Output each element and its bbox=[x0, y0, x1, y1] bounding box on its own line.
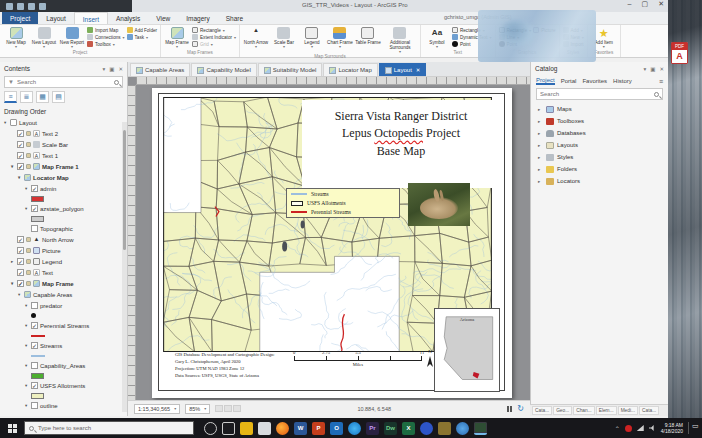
premiere-icon[interactable]: Pr bbox=[366, 422, 379, 435]
new-report-button[interactable]: New Report▾ bbox=[59, 26, 85, 50]
tree-item-perennial-streams[interactable]: ▾✓Perennial Streams bbox=[0, 320, 127, 331]
tray-expand-icon[interactable]: ⌃ bbox=[615, 425, 620, 432]
close-pane-icon[interactable]: ✕ bbox=[659, 66, 664, 72]
pane-menu-icon[interactable]: ▾ bbox=[643, 66, 646, 72]
visibility-checkbox[interactable]: ✓ bbox=[31, 342, 38, 349]
visibility-checkbox[interactable]: ✓ bbox=[31, 225, 38, 232]
docked-tab[interactable]: Cata... bbox=[532, 406, 552, 415]
close-button[interactable]: ✕ bbox=[658, 0, 664, 8]
chart-frame-button[interactable]: Chart Frame▾ bbox=[327, 26, 353, 54]
arizona-inset-map[interactable]: Arizona bbox=[434, 308, 500, 392]
tree-item-map-frame-1[interactable]: ▾✓Map Frame 1 bbox=[0, 161, 127, 172]
scale-bar-button[interactable]: Scale Bar▾ bbox=[271, 26, 297, 54]
line-symbol-swatch[interactable] bbox=[31, 335, 45, 337]
import-map-button[interactable]: Import Map bbox=[87, 27, 125, 33]
symbol-row[interactable] bbox=[0, 194, 127, 203]
catalog-tab-portal[interactable]: Portal bbox=[561, 78, 577, 84]
list-by-editing-button[interactable]: ▤ bbox=[52, 91, 65, 103]
visibility-checkbox[interactable]: ✓ bbox=[17, 163, 24, 170]
scale-combo[interactable]: 1:15,340,565▾ bbox=[134, 404, 180, 414]
visibility-checkbox[interactable]: ✓ bbox=[17, 269, 24, 276]
view-tab-capable-areas[interactable]: Capable Areas bbox=[130, 63, 190, 76]
visibility-checkbox[interactable]: ✓ bbox=[17, 152, 24, 159]
tree-item-map-frame[interactable]: ▾✓Map Frame bbox=[0, 278, 127, 289]
notification-badge-icon[interactable] bbox=[625, 425, 632, 432]
tree-item-scalebar[interactable]: ✓Scale Bar bbox=[0, 139, 127, 150]
point-symbol-swatch[interactable] bbox=[31, 313, 36, 318]
tree-item-azstate-polygon[interactable]: ▾✓azstate_polygon bbox=[0, 203, 127, 214]
tree-item-outline[interactable]: ▾✓outline bbox=[0, 400, 127, 411]
arcgis-pro-taskbar-icon[interactable] bbox=[474, 422, 487, 435]
tree-item-text2[interactable]: ✓AText 2 bbox=[0, 128, 127, 139]
catalog-item-layouts[interactable]: ▸Layouts bbox=[531, 139, 668, 151]
powerpoint-icon[interactable]: P bbox=[312, 422, 325, 435]
mf-rectangle-button[interactable]: Rectangle▾ bbox=[192, 27, 236, 33]
keys-icon[interactable] bbox=[438, 422, 451, 435]
tab-project[interactable]: Project bbox=[2, 12, 38, 24]
visibility-checkbox[interactable]: ✓ bbox=[17, 236, 24, 243]
tab-layout[interactable]: Layout bbox=[38, 12, 74, 24]
catalog-item-styles[interactable]: ▸Styles bbox=[531, 151, 668, 163]
visibility-checkbox[interactable]: ✓ bbox=[17, 258, 24, 265]
tree-item-usfs-allotments[interactable]: ▾✓USFS Allotments bbox=[0, 380, 127, 391]
map-frame-button[interactable]: Map Frame▾ bbox=[164, 26, 190, 50]
legend-button[interactable]: Legend▾ bbox=[299, 26, 325, 54]
scale-bar[interactable]: 0 2.75 5.5 11 Miles bbox=[290, 350, 426, 367]
save-icon[interactable] bbox=[6, 3, 13, 10]
visibility-checkbox[interactable]: ✓ bbox=[31, 302, 38, 309]
visibility-checkbox[interactable]: ✓ bbox=[31, 382, 38, 389]
catalog-item-toolboxes[interactable]: ▸Toolboxes bbox=[531, 115, 668, 127]
filter-icon[interactable]: ▼ bbox=[8, 79, 14, 85]
globe-icon[interactable] bbox=[456, 422, 469, 435]
connections-button[interactable]: Connections▾ bbox=[87, 34, 125, 40]
fill-symbol-swatch[interactable] bbox=[31, 373, 44, 379]
teams-icon[interactable] bbox=[420, 422, 433, 435]
line-symbol-swatch[interactable] bbox=[31, 355, 45, 357]
task-view-icon[interactable] bbox=[222, 422, 235, 435]
undo-icon[interactable] bbox=[17, 3, 24, 10]
task-button[interactable]: Task▾ bbox=[127, 34, 157, 40]
catalog-item-folders[interactable]: ▸Folders bbox=[531, 163, 668, 175]
visibility-checkbox[interactable]: ✓ bbox=[17, 280, 24, 287]
map-legend[interactable]: Streams USFS Allotments Perennial Stream… bbox=[286, 188, 400, 218]
menu-icon[interactable]: ≡ bbox=[659, 78, 663, 85]
quick-access-toolbar[interactable] bbox=[0, 0, 132, 12]
firefox-icon[interactable] bbox=[276, 422, 289, 435]
symbol-row[interactable] bbox=[0, 351, 127, 360]
visibility-checkbox[interactable]: ✓ bbox=[31, 362, 38, 369]
pause-drawing-icon[interactable] bbox=[507, 406, 512, 412]
list-by-drawing-order-button[interactable]: ≡ bbox=[4, 91, 17, 103]
visibility-checkbox[interactable]: ✓ bbox=[17, 130, 24, 137]
view-tab-locator-map[interactable]: Locator Map bbox=[323, 63, 377, 76]
docked-tab[interactable]: Chan... bbox=[573, 406, 594, 415]
pin-icon[interactable]: ▣ bbox=[109, 66, 114, 72]
close-tab-icon[interactable]: ✕ bbox=[416, 67, 421, 73]
visibility-checkbox[interactable]: ✓ bbox=[31, 402, 38, 409]
tree-item-picture[interactable]: ✓Picture bbox=[0, 245, 127, 256]
table-frame-button[interactable]: Table Frame bbox=[355, 26, 381, 54]
start-button[interactable] bbox=[0, 418, 24, 438]
catalog-tab-history[interactable]: History bbox=[613, 78, 632, 84]
map-title[interactable]: Sierra Vista Ranger District Lepus Octop… bbox=[302, 100, 500, 188]
tree-item-locator-map[interactable]: ▾Locator Map bbox=[0, 172, 127, 183]
symbol-button[interactable]: AaSymbol▾ bbox=[424, 26, 450, 50]
refresh-icon[interactable]: ↻ bbox=[517, 404, 524, 413]
fill-symbol-swatch[interactable] bbox=[31, 216, 44, 222]
excel-icon[interactable]: X bbox=[402, 422, 415, 435]
visibility-checkbox[interactable]: ✓ bbox=[17, 141, 24, 148]
photos-icon[interactable] bbox=[348, 422, 361, 435]
contents-search-input[interactable] bbox=[17, 79, 111, 85]
outlook-icon[interactable]: O bbox=[330, 422, 343, 435]
symbol-row[interactable] bbox=[0, 311, 127, 320]
catalog-item-locators[interactable]: ▸Locators bbox=[531, 175, 668, 187]
customize-icon[interactable] bbox=[39, 3, 46, 10]
zoom-slider[interactable] bbox=[215, 405, 241, 412]
pane-menu-icon[interactable]: ▾ bbox=[102, 66, 105, 72]
tree-item-capable-areas[interactable]: ▾Capable Areas bbox=[0, 289, 127, 300]
catalog-tab-favorites[interactable]: Favorites bbox=[582, 78, 607, 84]
minimize-button[interactable]: – bbox=[628, 0, 632, 8]
catalog-item-maps[interactable]: ▸Maps bbox=[531, 103, 668, 115]
tab-analysis[interactable]: Analysis bbox=[108, 12, 148, 24]
new-layout-button[interactable]: New Layout▾ bbox=[31, 26, 57, 50]
list-by-source-button[interactable]: ≣ bbox=[20, 91, 33, 103]
